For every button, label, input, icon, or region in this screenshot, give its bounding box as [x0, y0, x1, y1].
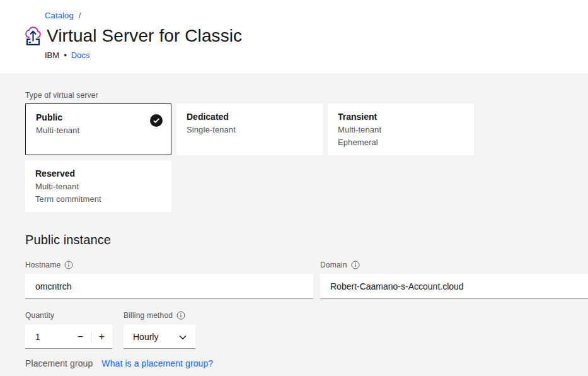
hostname-input[interactable] [25, 274, 313, 299]
billing-method-label-row: Billing method [124, 311, 195, 320]
tile-subtitle: Term commitment [35, 194, 161, 204]
tile-title: Transient [338, 112, 464, 122]
page-header: Catalog/ Virtual Server for Classic IBM … [0, 0, 588, 74]
billing-method-select[interactable]: Hourly [124, 325, 195, 349]
provider-meta: IBM • Docs [45, 50, 588, 60]
tile-subtitle: Single-tenant [187, 125, 313, 134]
decrement-button[interactable]: − [70, 325, 91, 348]
quantity-label-row: Quantity [25, 311, 112, 320]
billing-method-value: Hourly [133, 332, 158, 342]
billing-method-label: Billing method [124, 311, 173, 320]
docs-link[interactable]: Docs [71, 50, 90, 60]
tile-title: Dedicated [187, 112, 313, 122]
tile-subtitle: Multi-tenant [338, 125, 464, 134]
tile-public[interactable]: Public Multi-tenant [25, 103, 171, 155]
tile-subtitle: Multi-tenant [36, 126, 161, 135]
quantity-billing-row: Quantity − + Billing method [25, 311, 588, 349]
tile-title: Public [36, 112, 161, 122]
tile-subtitle: Multi-tenant [35, 182, 161, 191]
domain-label-row: Domain [320, 261, 588, 269]
hostname-domain-row: Hostname Domain [25, 261, 588, 299]
tile-title: Reserved [35, 168, 161, 179]
page-title: Virtual Server for Classic [47, 26, 242, 46]
server-type-tile-group: Public Multi-tenant Dedicated Single-ten… [25, 103, 475, 212]
domain-label: Domain [320, 261, 347, 269]
breadcrumb-separator: / [79, 11, 81, 20]
info-icon[interactable] [176, 311, 185, 320]
title-row: Virtual Server for Classic [24, 25, 588, 47]
quantity-field-group: Quantity − + [25, 311, 112, 349]
provision-form: Type of virtual server Public Multi-tena… [0, 74, 588, 368]
placement-group-row: Placement group What is a placement grou… [25, 358, 588, 368]
breadcrumb: Catalog/ [45, 11, 588, 20]
checkmark-filled-icon [150, 114, 163, 127]
tile-dedicated[interactable]: Dedicated Single-tenant [176, 103, 323, 155]
quantity-input[interactable] [25, 325, 70, 348]
info-icon[interactable] [351, 261, 360, 269]
placement-group-label: Placement group [25, 358, 93, 368]
tile-transient[interactable]: Transient Multi-tenant Ephemeral [328, 103, 474, 155]
quantity-label: Quantity [25, 311, 54, 320]
tile-subtitle: Ephemeral [338, 138, 464, 147]
domain-input[interactable] [320, 274, 588, 299]
hostname-field-group: Hostname [25, 261, 313, 299]
meta-separator: • [64, 50, 67, 60]
cloud-upload-icon [24, 25, 42, 47]
public-instance-heading: Public instance [25, 233, 588, 247]
billing-method-field-group: Billing method Hourly [124, 311, 195, 349]
info-icon[interactable] [64, 261, 73, 269]
type-of-virtual-server-label: Type of virtual server [25, 91, 588, 100]
hostname-label: Hostname [25, 261, 61, 269]
domain-field-group: Domain [320, 261, 588, 299]
placement-group-help-link[interactable]: What is a placement group? [101, 358, 213, 368]
increment-button[interactable]: + [91, 325, 112, 348]
breadcrumb-catalog-link[interactable]: Catalog [45, 11, 74, 20]
tile-reserved[interactable]: Reserved Multi-tenant Term commitment [25, 160, 171, 212]
hostname-label-row: Hostname [25, 261, 313, 269]
provider-label: IBM [45, 50, 59, 60]
quantity-stepper: − + [25, 325, 112, 349]
chevron-down-icon [179, 332, 187, 342]
